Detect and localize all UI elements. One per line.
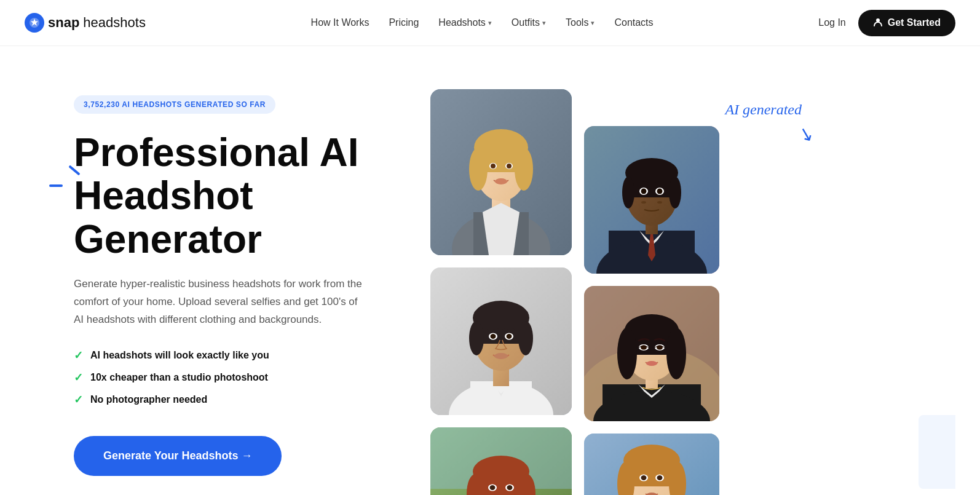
check-icon-1: ✓ [74, 349, 83, 362]
svg-point-25 [469, 321, 484, 355]
logo-snap: snap [48, 15, 79, 31]
hero-badge: 3,752,230 AI HEADSHOTS GENERATED SO FAR [74, 95, 275, 114]
headshot-image-2 [430, 267, 572, 415]
svg-point-28 [491, 334, 496, 339]
decorative-dashes [49, 169, 86, 206]
ai-generated-annotation: AI generated [725, 101, 802, 118]
feature-item-2: ✓ 10x cheaper than a studio photoshoot [74, 371, 393, 384]
svg-point-30 [507, 334, 512, 339]
svg-point-13 [491, 164, 496, 168]
svg-point-61 [657, 189, 663, 194]
outfits-caret: ▾ [542, 19, 546, 27]
headshot-image-3 [430, 427, 572, 495]
svg-point-15 [507, 164, 512, 168]
right-decoration [919, 415, 955, 489]
nav-pricing[interactable]: Pricing [389, 17, 419, 28]
svg-rect-55 [627, 173, 676, 197]
hero-content: 3,752,230 AI HEADSHOTS GENERATED SO FAR … [74, 83, 393, 476]
nav-headshots[interactable]: Headshots ▾ [438, 17, 492, 28]
headshot-image-1 [430, 89, 572, 255]
svg-point-31 [494, 353, 508, 359]
headshot-image-6 [584, 434, 719, 495]
hero-images-section: AI generated ↙ [393, 83, 955, 495]
svg-point-45 [507, 485, 513, 490]
feature-item-3: ✓ No photographer needed [74, 393, 393, 406]
svg-point-74 [666, 328, 686, 379]
navbar: snapheadshots How It Works Pricing Heads… [0, 0, 980, 46]
check-icon-2: ✓ [74, 371, 83, 384]
svg-rect-19 [470, 381, 532, 415]
user-icon [873, 17, 883, 29]
svg-marker-6 [483, 203, 520, 255]
tools-caret: ▾ [591, 19, 595, 27]
svg-point-56 [622, 176, 634, 208]
nav-contacts[interactable]: Contacts [614, 17, 653, 28]
hero-section: 3,752,230 AI HEADSHOTS GENERATED SO FAR … [0, 46, 980, 495]
headshots-caret: ▾ [488, 19, 492, 27]
feature-item-1: ✓ AI headshots will look exactly like yo… [74, 349, 393, 362]
svg-point-16 [495, 178, 507, 184]
logo-headshots: headshots [83, 15, 146, 31]
svg-rect-11 [475, 148, 528, 172]
generate-headshots-button[interactable]: Generate Your Headshots → [74, 436, 282, 476]
hero-description: Generate hyper-realistic business headsh… [74, 275, 369, 329]
ai-arrow-icon: ↙ [796, 121, 816, 146]
svg-point-63 [657, 201, 662, 204]
svg-point-91 [657, 475, 663, 480]
login-button[interactable]: Log In [818, 17, 845, 28]
hero-features-list: ✓ AI headshots will look exactly like yo… [74, 349, 393, 406]
logo[interactable]: snapheadshots [25, 13, 146, 33]
logo-icon [25, 13, 44, 33]
nav-how-it-works[interactable]: How It Works [311, 17, 369, 28]
headshot-image-5 [584, 286, 719, 421]
hero-title: Professional AI Headshot Generator [74, 131, 393, 261]
headshot-image-4 [584, 126, 719, 274]
svg-point-57 [669, 176, 681, 208]
svg-point-89 [641, 475, 647, 480]
svg-point-79 [646, 361, 657, 366]
nav-links: How It Works Pricing Headshots ▾ Outfits… [311, 17, 654, 28]
svg-point-73 [617, 328, 637, 379]
svg-point-59 [641, 189, 647, 194]
get-started-button[interactable]: Get Started [858, 10, 955, 36]
nav-tools[interactable]: Tools ▾ [566, 17, 595, 28]
image-column-right [584, 126, 719, 495]
svg-point-62 [641, 201, 646, 204]
svg-point-43 [490, 485, 496, 490]
nav-right: Log In Get Started [818, 10, 955, 36]
image-column-left [430, 89, 572, 495]
nav-outfits[interactable]: Outfits ▾ [512, 17, 546, 28]
svg-point-26 [518, 321, 533, 355]
check-icon-3: ✓ [74, 393, 83, 406]
